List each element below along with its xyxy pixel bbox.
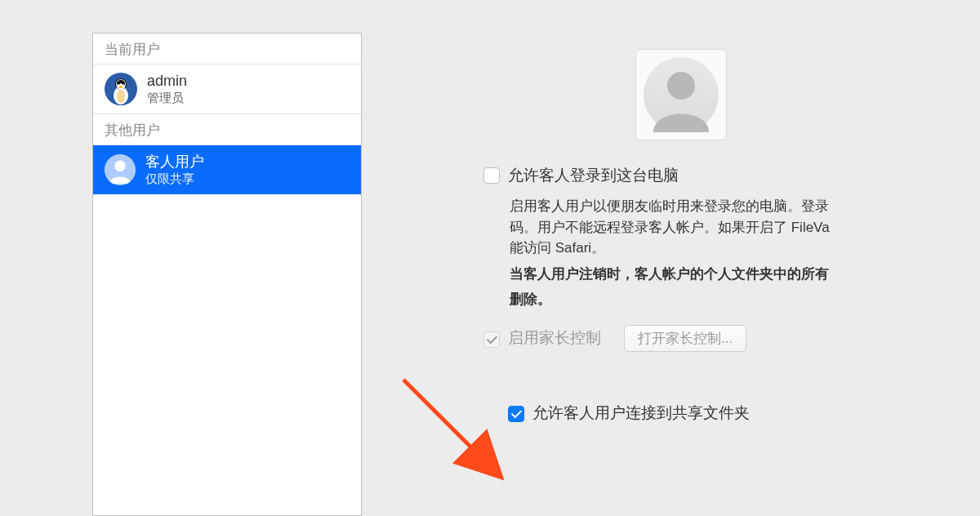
svg-point-11 bbox=[114, 160, 125, 171]
allow-guest-login-checkbox[interactable] bbox=[483, 167, 500, 184]
svg-point-12 bbox=[667, 72, 695, 100]
guest-name: 客人用户 bbox=[145, 153, 204, 171]
user-avatar-large[interactable] bbox=[635, 49, 727, 140]
allow-shared-folders-checkbox[interactable] bbox=[508, 406, 524, 422]
open-parental-controls-button[interactable]: 打开家长控制... bbox=[624, 325, 746, 352]
desc-line-2: 码。用户不能远程登录客人帐户。如果开启了 FileVa bbox=[510, 217, 980, 238]
guest-user-info: 客人用户 仅限共享 bbox=[145, 153, 204, 186]
other-users-header: 其他用户 bbox=[93, 114, 361, 145]
allow-guest-login-label: 允许客人登录到这台电脑 bbox=[508, 165, 679, 186]
admin-user-info: admin 管理员 bbox=[147, 73, 187, 105]
admin-avatar-icon bbox=[105, 73, 137, 105]
svg-point-9 bbox=[119, 86, 123, 88]
users-sidebar: 当前用户 admin 管理员 其他用户 客人用户 仅限共享 bbox=[92, 33, 362, 516]
parental-controls-checkbox bbox=[483, 331, 500, 348]
guest-avatar-icon bbox=[105, 154, 136, 185]
sidebar-item-guest[interactable]: 客人用户 仅限共享 bbox=[93, 145, 361, 194]
desc-bold-1: 当客人用户注销时，客人帐户的个人文件夹中的所有 bbox=[510, 264, 980, 285]
desc-line-1: 启用客人用户以便朋友临时用来登录您的电脑。登录 bbox=[510, 196, 980, 217]
admin-role: 管理员 bbox=[147, 91, 187, 105]
silhouette-icon bbox=[644, 57, 719, 132]
svg-point-7 bbox=[118, 82, 120, 84]
svg-point-3 bbox=[117, 90, 125, 103]
guest-role: 仅限共享 bbox=[145, 171, 204, 186]
parental-controls-row: 启用家长控制 打开家长控制... bbox=[483, 325, 980, 352]
svg-point-8 bbox=[122, 82, 123, 84]
main-panel: 允许客人登录到这台电脑 启用客人用户以便朋友临时用来登录您的电脑。登录 码。用户… bbox=[381, 33, 980, 516]
allow-guest-login-row: 允许客人登录到这台电脑 bbox=[483, 165, 980, 186]
desc-bold-2: 删除。 bbox=[510, 289, 980, 310]
svg-line-13 bbox=[403, 380, 496, 472]
admin-name: admin bbox=[147, 73, 187, 91]
guest-description: 启用客人用户以便朋友临时用来登录您的电脑。登录 码。用户不能远程登录客人帐户。如… bbox=[510, 196, 980, 310]
current-user-header: 当前用户 bbox=[93, 33, 361, 64]
desc-line-3: 能访问 Safari。 bbox=[510, 238, 980, 259]
allow-shared-folders-row: 允许客人用户连接到共享文件夹 bbox=[508, 403, 980, 424]
allow-shared-folders-label: 允许客人用户连接到共享文件夹 bbox=[532, 403, 750, 424]
sidebar-item-admin[interactable]: admin 管理员 bbox=[93, 64, 361, 113]
parental-controls-label: 启用家长控制 bbox=[508, 327, 601, 349]
annotation-arrow-icon bbox=[399, 376, 530, 490]
